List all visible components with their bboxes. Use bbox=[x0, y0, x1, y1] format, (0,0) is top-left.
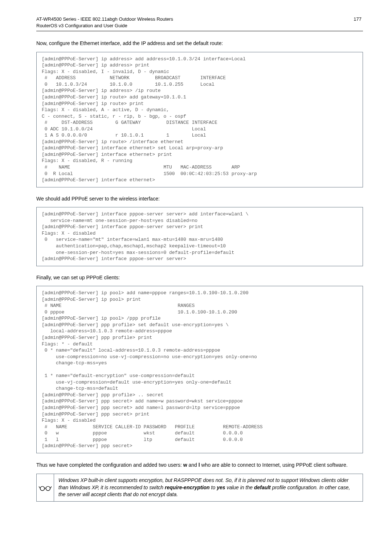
header-title-line2: RouterOS v3 Configuration and User Guide bbox=[36, 23, 127, 28]
svg-point-1 bbox=[46, 486, 50, 491]
glasses-icon bbox=[39, 484, 52, 491]
closing-bold-w: w bbox=[183, 462, 187, 468]
section2-intro: We should add PPPoE server to the wirele… bbox=[36, 195, 363, 203]
note-b2: yes bbox=[217, 485, 225, 490]
page-number: 177 bbox=[354, 16, 363, 23]
section1-code: [admin@PPPoE-Server] ip address> add add… bbox=[36, 52, 363, 187]
closing-mid: and bbox=[187, 462, 199, 468]
section2-code: [admin@PPPoE-Server] interface pppoe-ser… bbox=[36, 207, 363, 266]
closing-text-2: who are able to connect to Internet, usi… bbox=[200, 462, 348, 468]
section3-intro: Finally, we can set up PPPoE clients: bbox=[36, 274, 363, 281]
header-title: AT-WR4500 Series - IEEE 802.11abgh Outdo… bbox=[36, 16, 173, 29]
section3-code: [admin@PPPoE-Server] ip pool> add name=p… bbox=[36, 286, 363, 453]
note-icon-cell bbox=[37, 474, 54, 501]
svg-point-0 bbox=[40, 486, 45, 491]
page-header: AT-WR4500 Series - IEEE 802.11abgh Outdo… bbox=[36, 16, 363, 31]
section1-intro: Now, configure the Ethernet interface, a… bbox=[36, 40, 363, 47]
note-b1: require-encryption bbox=[165, 485, 210, 490]
closing-text-1: Thus we have completed the configuration… bbox=[36, 462, 183, 468]
note-p1b: to bbox=[210, 485, 217, 490]
closing-paragraph: Thus we have completed the configuration… bbox=[36, 461, 363, 469]
note-p1c: value in the bbox=[225, 485, 254, 490]
note-box: Windows XP built-in client supports encr… bbox=[36, 474, 363, 502]
note-text: Windows XP built-in client supports encr… bbox=[54, 474, 363, 501]
note-b3: default bbox=[254, 485, 271, 490]
header-title-line1: AT-WR4500 Series - IEEE 802.11abgh Outdo… bbox=[36, 16, 173, 22]
